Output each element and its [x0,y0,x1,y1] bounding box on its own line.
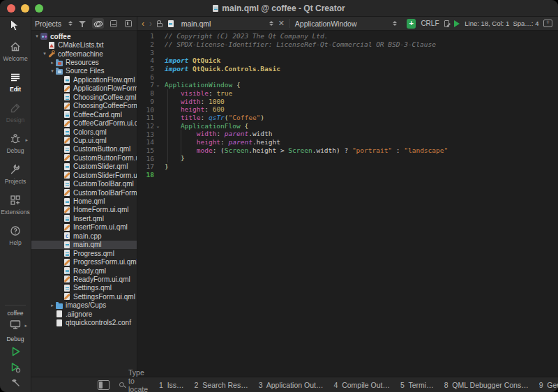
output-pane-button[interactable]: 3 Application Out… [259,381,324,389]
gutter-line[interactable]: 14 [137,138,162,146]
gutter-line[interactable]: 9 [137,98,162,106]
tree-item[interactable]: SettingsForm.ui.qml [31,292,137,301]
tree-item[interactable]: Cup.ui.qml [31,136,137,144]
output-pane-button[interactable]: 1 Iss… [159,381,184,389]
gutter-line[interactable]: 11 [137,114,162,122]
code-line[interactable]: import QtQuick [165,56,558,65]
gutter-line[interactable]: 5 [137,65,162,73]
run-button[interactable] [8,345,22,359]
code-line[interactable]: ApplicationFlow { [165,122,558,130]
close-document-icon[interactable]: ✕ [278,19,285,28]
gutter-line[interactable]: 3 [137,48,162,56]
gutter-line[interactable]: 12⌄ [137,122,162,130]
tree-item[interactable]: ApplicationFlow.qml [31,75,137,84]
tree-item[interactable]: CustomSliderForm.ui.qml [31,171,137,179]
code-line[interactable]: // Copyright (C) 2023 The Qt Company Ltd… [165,32,558,40]
mode-projects[interactable]: Projects [0,158,31,189]
tree-item[interactable]: Colors.qml [31,128,137,136]
output-pane-button[interactable]: 2 Search Res… [195,381,248,389]
open-document-selector[interactable]: main.qml [167,20,273,28]
mode-edit[interactable]: Edit [0,66,31,97]
kit-selector[interactable]: ▸ [8,319,22,333]
mode-welcome[interactable]: Welcome [0,36,31,66]
tree-item[interactable]: ProgressForm.ui.qml [31,257,137,266]
toggle-left-sidebar-icon[interactable] [98,380,110,390]
tree-item[interactable]: ChoosingCoffee.qml [31,93,137,101]
code-line[interactable]: width: parent.width [165,130,558,138]
split-editor-icon[interactable] [543,20,552,27]
tree-item[interactable]: Ready.qml [31,266,137,275]
link-editor-icon[interactable] [92,18,104,29]
code-line[interactable]: width: 1000 [165,98,558,106]
tree-item[interactable]: CustomToolBar.qml [31,179,137,188]
output-pane-button[interactable]: 9 General Messa… [539,381,558,389]
gutter-line[interactable]: 6 [137,73,162,81]
collapse-panel-icon[interactable] [123,19,133,29]
tree-item[interactable]: CustomSlider.qml [31,163,137,171]
tree-item[interactable]: Insert.qml [31,214,137,223]
debug-run-button[interactable] [8,361,22,375]
ai-assistant-badge[interactable]: + [407,19,416,29]
gutter-line[interactable]: 16 [137,154,162,163]
gutter-line[interactable]: 1 [137,32,162,40]
tree-item[interactable]: CustomButtonForm.ui.qml [31,153,137,162]
code-line[interactable]: } [165,154,558,163]
tree-item[interactable]: ▾coffeemachine [31,50,137,58]
expander-icon[interactable]: ▾ [49,68,56,74]
code-line[interactable]: } [165,163,558,171]
tree-item[interactable]: Home.qml [31,197,137,205]
gutter-line[interactable]: 7⌄ [137,81,162,89]
gutter-line[interactable]: 8 [137,89,162,98]
tree-item[interactable]: CustomToolBarForm.ui.qml [31,188,137,197]
code-line[interactable]: height: parent.height [165,138,558,146]
code-line[interactable]: ApplicationWindow { [165,81,558,89]
tree-item[interactable]: ChoosingCoffeeForm.ui.qml [31,102,137,110]
tree-item[interactable]: ReadyForm.ui.qml [31,275,137,283]
code-line[interactable]: // SPDX-License-Identifier: LicenseRef-Q… [165,40,558,49]
tree-item[interactable]: ▾coffee [31,32,137,40]
code-line[interactable] [165,48,558,56]
tree-item[interactable]: main.cpp [31,232,137,240]
gutter-line[interactable]: 2 [137,40,162,49]
fold-marker-icon[interactable]: ⌄ [154,123,162,128]
tree-item[interactable]: CoffeeCardForm.ui.qml [31,119,137,127]
run-file-icon[interactable] [454,20,460,27]
tree-item[interactable]: Settings.qml [31,284,137,292]
tree-item[interactable]: ▸Resources [31,58,137,66]
output-pane-button[interactable]: 4 Compile Out… [333,381,390,389]
expander-icon[interactable]: ▸ [49,60,56,66]
tree-item[interactable]: InsertForm.ui.qml [31,223,137,232]
code-view[interactable]: // Copyright (C) 2023 The Qt Company Ltd… [162,31,558,377]
expander-icon[interactable]: ▾ [33,33,40,39]
tree-item[interactable]: CMakeLists.txt [31,40,137,49]
mode-help[interactable]: Help [0,220,31,250]
gutter-line[interactable]: 15 [137,146,162,155]
gutter-line[interactable]: 17 [137,163,162,171]
tree-item[interactable]: Progress.qml [31,249,137,257]
gutter-line[interactable]: 10 [137,105,162,114]
tree-item[interactable]: ▸images/Cups [31,301,137,310]
tree-item[interactable]: main.qml [31,241,137,249]
code-line[interactable]: title: qsTr("Coffee") [165,114,558,122]
expander-icon[interactable]: ▸ [49,303,56,308]
build-button[interactable] [9,377,22,389]
code-line[interactable] [165,73,558,81]
expander-icon[interactable]: ▾ [41,51,48,56]
nav-forward-icon[interactable]: › [149,20,152,28]
gutter-line[interactable]: 13 [137,130,162,138]
tree-item[interactable]: CustomButton.qml [31,145,137,153]
line-ending-selector[interactable]: CRLF [421,20,439,27]
tree-item[interactable]: qtquickcontrols2.conf [31,318,137,326]
code-line[interactable]: import QtQuick.Controls.Basic [165,65,558,73]
code-line[interactable]: mode: (Screen.height > Screen.width) ? "… [165,146,558,155]
tree-item[interactable]: ApplicationFlowForm.ui.qml [31,84,137,93]
tree-item[interactable]: CoffeeCard.qml [31,110,137,119]
output-pane-button[interactable]: 8 QML Debugger Cons… [444,381,529,389]
outline-selector-dropdown[interactable]: ApplicationWindow [295,20,397,28]
tree-item[interactable]: HomeForm.ui.qml [31,206,137,214]
pane-selector-dropdown[interactable]: Projects [35,20,73,28]
tree-item[interactable]: ▾Source Files [31,67,137,75]
nav-back-icon[interactable]: ‹ [142,20,144,28]
sync-root-icon[interactable] [109,19,119,29]
filter-icon[interactable] [77,19,87,29]
